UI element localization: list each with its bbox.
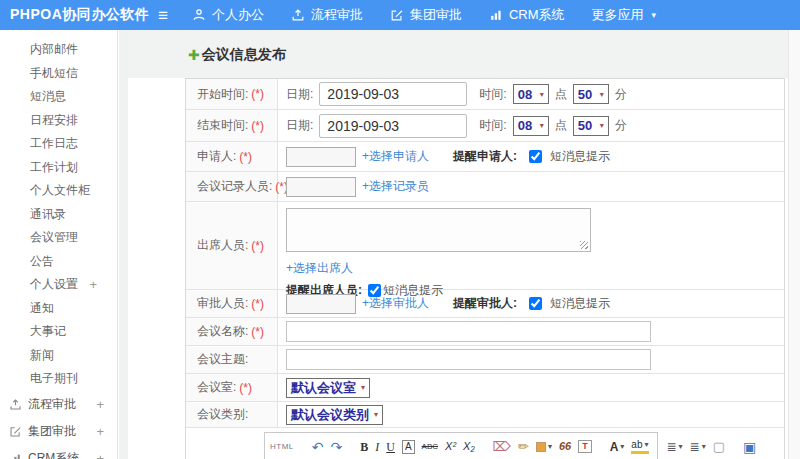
sidebar-section-crm[interactable]: CRM系统 +: [0, 445, 117, 459]
expand-icon[interactable]: +: [89, 273, 97, 297]
nav-more-apps[interactable]: 更多应用 ▾: [592, 6, 657, 24]
applicant-input[interactable]: [286, 147, 356, 167]
choose-applicant-link[interactable]: +选择申请人: [362, 148, 429, 165]
sidebar-item-mobile-sms[interactable]: 手机短信: [0, 62, 117, 86]
start-minute-select[interactable]: 50▾: [573, 84, 609, 104]
unordered-list-button[interactable]: ≣▾: [690, 441, 706, 453]
new-page-button[interactable]: ▢: [713, 440, 725, 453]
choose-approver-link[interactable]: +选择审批人: [362, 295, 429, 312]
approver-sms-checkbox[interactable]: [529, 297, 542, 310]
meeting-room-select[interactable]: 默认会议室▾: [286, 378, 370, 398]
edit-icon: [390, 8, 404, 22]
minute-unit: 分: [615, 86, 627, 103]
attendees-textarea[interactable]: [286, 208, 591, 252]
sidebar-item-notice[interactable]: 通知: [0, 297, 117, 321]
nav-process-approval[interactable]: 流程审批: [291, 6, 363, 24]
strikethrough-button[interactable]: ABC: [422, 443, 438, 451]
selected-value: 默认会议室: [291, 379, 356, 397]
remind-label: 提醒审批人:: [453, 295, 517, 312]
field-label: 审批人员:: [197, 295, 248, 312]
sidebar-item-label: 内部邮件: [30, 42, 78, 56]
caret-down-icon: ▾: [702, 443, 706, 451]
form-row-end-time: 结束时间:(*) 日期: 时间: 08▾ 点 50▾ 分: [186, 110, 784, 142]
start-hour-select[interactable]: 08▾: [513, 84, 549, 104]
meeting-name-input[interactable]: [286, 321, 651, 342]
field-label: 出席人员:: [197, 237, 248, 254]
remove-format-icon[interactable]: ⌦: [493, 440, 511, 453]
end-hour-select[interactable]: 08▾: [513, 116, 549, 136]
sidebar-item-work-plan[interactable]: 工作计划: [0, 156, 117, 180]
recorder-input[interactable]: [286, 177, 356, 197]
field-label: 结束时间:: [197, 117, 248, 134]
italic-button[interactable]: I: [375, 441, 379, 453]
nav-crm-system[interactable]: CRM系统: [489, 6, 565, 24]
font-style-button[interactable]: A: [402, 440, 415, 454]
sidebar-item-personal-settings[interactable]: 个人设置+: [0, 273, 117, 297]
expand-icon[interactable]: +: [96, 424, 104, 439]
sidebar-item-meeting-mgmt[interactable]: 会议管理: [0, 226, 117, 250]
redo-icon[interactable]: ↷: [331, 440, 343, 454]
meeting-category-select[interactable]: 默认会议类别▾: [286, 405, 383, 425]
approver-input[interactable]: [286, 294, 356, 314]
html-source-button[interactable]: HTML: [270, 443, 294, 451]
sidebar-item-work-log[interactable]: 工作日志: [0, 132, 117, 156]
edit-icon: [9, 425, 22, 438]
choose-attendees-link[interactable]: +选择出席人: [286, 260, 353, 277]
sidebar-section-process-approval[interactable]: 流程审批 +: [0, 391, 117, 418]
superscript-button[interactable]: X²: [445, 441, 456, 452]
nav-label: CRM系统: [509, 6, 565, 24]
highlight-button[interactable]: ab▾: [631, 440, 648, 454]
hour-unit: 点: [555, 117, 567, 134]
app-logo[interactable]: PHPOA协同办公软件: [0, 6, 158, 24]
minute-value: 50: [578, 87, 592, 102]
applicant-sms-checkbox[interactable]: [529, 150, 542, 163]
form-row-editor: HTML ↶ ↷ B I U A ABC X² X₂ ⌦ ✏ ▾ 66: [186, 428, 784, 459]
field-label: 会议主题:: [197, 351, 248, 368]
nav-label: 更多应用: [592, 6, 644, 24]
main-scrollbar[interactable]: [788, 30, 800, 459]
underline-button[interactable]: U: [386, 441, 395, 453]
time-label: 时间:: [479, 117, 506, 134]
sidebar-item-file-cabinet[interactable]: 个人文件柜: [0, 179, 117, 203]
sidebar-item-announcement[interactable]: 公告: [0, 250, 117, 274]
sidebar-item-internal-mail[interactable]: 内部邮件: [0, 38, 117, 62]
select-caret-icon: ▾: [600, 121, 604, 130]
sidebar-item-events[interactable]: 大事记: [0, 320, 117, 344]
sidebar-item-short-message[interactable]: 短消息: [0, 85, 117, 109]
caret-down-icon: ▾: [644, 441, 648, 449]
nav-personal-office[interactable]: 个人办公: [192, 6, 264, 24]
start-date-input[interactable]: [319, 82, 467, 106]
sms-label: 短消息提示: [550, 295, 610, 312]
sidebar-scroll-gutter[interactable]: [119, 30, 128, 459]
main-content: ✚ 会议信息发布 开始时间:(*) 日期: 时间: 08▾ 点 50▾ 分 结束…: [128, 30, 800, 459]
person-icon: [192, 8, 206, 22]
bold-button[interactable]: B: [360, 441, 368, 453]
process-icon: [9, 398, 22, 411]
expand-icon[interactable]: +: [96, 451, 104, 459]
font-color-button[interactable]: A▾: [610, 441, 625, 453]
ordered-list-button[interactable]: ≣▾: [667, 441, 683, 453]
form-row-meeting-room: 会议室:(*) 默认会议室▾: [186, 374, 784, 402]
nav-label: 个人办公: [212, 6, 264, 24]
date-insert-button[interactable]: T: [578, 440, 592, 453]
menu-toggle-icon[interactable]: ≡: [158, 7, 168, 24]
fullscreen-button[interactable]: ▣: [743, 440, 756, 454]
sidebar-section-group-approval[interactable]: 集团审批 +: [0, 418, 117, 445]
choose-recorder-link[interactable]: +选择记录员: [362, 178, 429, 195]
sidebar-item-news[interactable]: 新闻: [0, 344, 117, 368]
blockquote-button[interactable]: 66: [559, 441, 571, 452]
expand-icon[interactable]: +: [96, 397, 104, 412]
end-date-input[interactable]: [319, 114, 467, 138]
sidebar-item-e-journal[interactable]: 电子期刊: [0, 367, 117, 391]
nav-group-approval[interactable]: 集团审批: [390, 6, 462, 24]
undo-icon[interactable]: ↶: [312, 440, 324, 454]
meeting-subject-input[interactable]: [286, 349, 651, 370]
end-minute-select[interactable]: 50▾: [573, 116, 609, 136]
sidebar-item-contacts[interactable]: 通讯录: [0, 203, 117, 227]
date-label: 日期:: [286, 117, 313, 134]
sidebar-item-schedule[interactable]: 日程安排: [0, 109, 117, 133]
subscript-button[interactable]: X₂: [463, 441, 475, 452]
format-painter-icon[interactable]: ✏: [518, 440, 529, 453]
color-picker-button[interactable]: ▾: [536, 442, 552, 452]
time-label: 时间:: [479, 86, 506, 103]
